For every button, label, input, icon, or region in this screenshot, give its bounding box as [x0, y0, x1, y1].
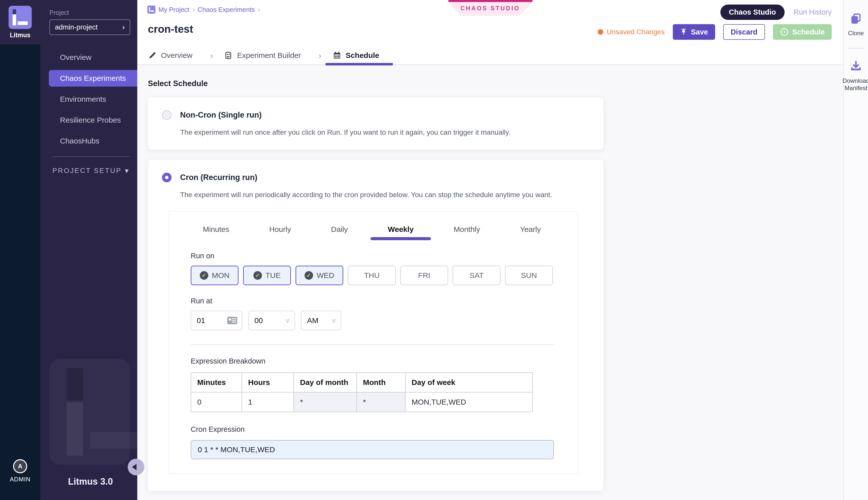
- play-circle-icon: [780, 28, 789, 36]
- chaos-studio-toggle[interactable]: Chaos Studio: [720, 4, 785, 20]
- sidebar-item-environments[interactable]: Environments: [40, 91, 137, 107]
- status-dot-icon: [598, 29, 603, 35]
- chevron-down-icon: ∨: [285, 317, 290, 325]
- breadcrumb-chaos-experiments[interactable]: Chaos Experiments: [198, 6, 255, 14]
- day-chip-mon[interactable]: ✓ MON: [191, 265, 238, 285]
- day-chip-sat[interactable]: SAT: [453, 265, 500, 285]
- breakdown-col-day-of-month: Day of month: [294, 373, 357, 392]
- download-manifest-button[interactable]: Download Manifest: [843, 60, 868, 92]
- project-selector[interactable]: admin-project ›: [49, 19, 130, 35]
- cron-card: Cron (Recurring run) The experiment will…: [148, 160, 603, 491]
- schedule-button-disabled[interactable]: Schedule: [773, 24, 832, 40]
- select-schedule-heading: Select Schedule: [148, 79, 843, 88]
- day-chip-sun[interactable]: SUN: [505, 265, 553, 285]
- cron-radio[interactable]: [162, 173, 171, 182]
- expression-breakdown-heading: Expression Breakdown: [191, 357, 553, 365]
- breakdown-value-month: *: [357, 392, 405, 412]
- chevron-right-icon: ›: [319, 50, 322, 60]
- breakdown-value-minutes: 0: [191, 392, 242, 412]
- litmus-watermark: [49, 359, 130, 465]
- project-label: Project: [49, 9, 137, 16]
- meridiem-select[interactable]: AM ∨: [301, 311, 341, 330]
- builder-divider: [191, 344, 554, 345]
- cron-title: Cron (Recurring run): [180, 173, 257, 182]
- run-history-toggle[interactable]: Run History: [794, 8, 832, 16]
- chevron-right-icon: ›: [210, 50, 213, 60]
- tab-schedule[interactable]: Schedule: [332, 46, 386, 65]
- save-button[interactable]: Save: [673, 24, 715, 40]
- breakdown-col-minutes: Minutes: [191, 373, 242, 392]
- calendar-icon: [332, 51, 341, 60]
- time-selectors: 01 00 ∨ AM ∨: [191, 311, 553, 330]
- expression-breakdown-table: Minutes Hours Day of month Month Day of …: [191, 372, 533, 412]
- right-rail-divider: [848, 48, 864, 48]
- cron-tab-weekly[interactable]: Weekly: [385, 220, 416, 240]
- right-rail: Clone Download Manifest: [843, 0, 868, 500]
- project-setup-toggle[interactable]: PROJECT SETUP ▼: [53, 167, 130, 175]
- breadcrumb-separator: ›: [258, 6, 260, 14]
- page-title: cron-test: [148, 23, 193, 35]
- pencil-icon: [148, 51, 157, 60]
- run-on-label: Run on: [191, 252, 553, 260]
- check-icon: ✓: [253, 271, 262, 280]
- cron-tab-yearly[interactable]: Yearly: [518, 220, 543, 240]
- cron-tab-daily[interactable]: Daily: [328, 220, 350, 240]
- run-at-label: Run at: [191, 297, 553, 305]
- non-cron-radio[interactable]: [162, 110, 171, 120]
- project-name: admin-project: [55, 23, 98, 31]
- builder-icon: [224, 51, 233, 60]
- breakdown-col-hours: Hours: [242, 373, 294, 392]
- breakdown-col-month: Month: [357, 373, 405, 392]
- chevron-down-icon: ▼: [124, 168, 130, 174]
- cron-tab-minutes[interactable]: Minutes: [200, 220, 232, 240]
- main-area: My Project › Chaos Experiments › Chaos S…: [137, 0, 843, 500]
- time-picker-icon: [227, 317, 237, 324]
- litmus-logo-icon: [9, 6, 32, 29]
- breadcrumb-separator: ›: [192, 6, 195, 14]
- non-cron-title: Non-Cron (Single run): [180, 111, 262, 120]
- day-chip-tue[interactable]: ✓ TUE: [243, 265, 291, 285]
- cron-tab-monthly[interactable]: Monthly: [451, 220, 483, 240]
- day-chip-wed[interactable]: ✓ WED: [295, 265, 343, 285]
- breadcrumb: My Project › Chaos Experiments ›: [147, 5, 260, 14]
- clone-icon: [849, 12, 863, 25]
- litmus-logo-label: Litmus: [10, 32, 31, 39]
- breakdown-col-day-of-week: Day of week: [405, 373, 532, 392]
- collapse-arrow-icon: [132, 464, 136, 470]
- tab-overview[interactable]: Overview: [148, 46, 199, 65]
- check-icon: ✓: [200, 271, 208, 280]
- cron-frequency-tabs: Minutes Hourly Daily Weekly Monthly Year…: [191, 220, 553, 240]
- admin-avatar[interactable]: A: [13, 459, 27, 473]
- cron-expression-input[interactable]: 0 1 * * MON,TUE,WED: [191, 440, 554, 459]
- sidebar-item-resilience-probes[interactable]: Resilience Probes: [40, 112, 137, 128]
- view-toggle: Chaos Studio Run History: [720, 4, 832, 20]
- unsaved-changes-status: Unsaved Changes: [598, 28, 665, 36]
- hour-input[interactable]: 01: [191, 311, 242, 330]
- sidebar-item-chaoshubs[interactable]: ChaosHubs: [40, 133, 137, 149]
- discard-button[interactable]: Discard: [723, 24, 765, 40]
- tab-experiment-builder[interactable]: Experiment Builder: [224, 46, 307, 65]
- cron-tab-hourly[interactable]: Hourly: [267, 220, 294, 240]
- day-chip-thu[interactable]: THU: [348, 265, 396, 285]
- breadcrumb-my-project[interactable]: My Project: [158, 6, 189, 14]
- day-chip-fri[interactable]: FRI: [400, 265, 448, 285]
- sidebar-collapse-button[interactable]: [128, 459, 144, 475]
- sidebar-item-chaos-experiments[interactable]: Chaos Experiments: [49, 70, 137, 87]
- litmus-logo[interactable]: Litmus: [0, 0, 40, 44]
- non-cron-description: The experiment will run once after you c…: [180, 128, 589, 136]
- day-chips: ✓ MON ✓ TUE ✓ WED THU FRI SAT SUN: [191, 265, 553, 285]
- sidebar-item-overview[interactable]: Overview: [40, 49, 137, 66]
- cron-expression-label: Cron Expression: [191, 425, 553, 433]
- breakdown-value-day-of-month: *: [294, 392, 357, 412]
- chevron-down-icon: ∨: [331, 317, 336, 325]
- status-label: Unsaved Changes: [607, 28, 665, 36]
- banner-label: CHAOS STUDIO: [448, 2, 532, 16]
- minute-select[interactable]: 00 ∨: [248, 311, 295, 330]
- clone-label: Clone: [848, 30, 864, 37]
- chaos-studio-banner: CHAOS STUDIO: [448, 0, 532, 16]
- project-setup-label: PROJECT SETUP: [53, 167, 122, 175]
- chevron-right-icon: ›: [122, 23, 125, 31]
- clone-button[interactable]: Clone: [848, 12, 864, 37]
- version-label: Litmus 3.0: [68, 476, 113, 487]
- breadcrumb-litmus-icon: [147, 5, 155, 14]
